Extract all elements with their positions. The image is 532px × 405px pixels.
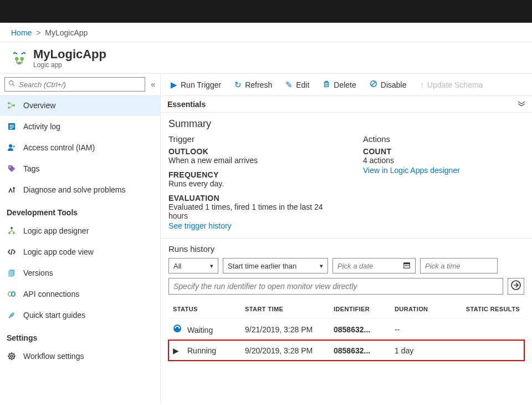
- svg-rect-29: [405, 265, 406, 266]
- svg-line-4: [13, 84, 14, 86]
- svg-point-0: [15, 57, 19, 61]
- svg-rect-30: [406, 265, 407, 266]
- svg-point-12: [9, 144, 12, 148]
- overview-icon: [7, 100, 17, 110]
- nav-label: Versions: [23, 269, 53, 277]
- sidebar-item-versions[interactable]: Versions: [0, 262, 160, 284]
- sidebar-item-diagnose[interactable]: Diagnose and solve problems: [0, 179, 160, 200]
- status-filter-select[interactable]: All▾: [168, 258, 218, 274]
- trigger-label: Trigger: [168, 134, 330, 144]
- col-start: START TIME: [245, 306, 334, 312]
- count-heading: COUNT: [363, 147, 524, 156]
- toolbar: ▶Run Trigger ↻Refresh ✎Edit Delete Disab…: [161, 74, 532, 96]
- search-placeholder: Search (Ctrl+/): [19, 80, 66, 89]
- refresh-button[interactable]: ↻Refresh: [229, 78, 278, 92]
- svg-point-3: [9, 81, 13, 85]
- evaluation-value: Evaluated 1 times, fired 1 times in the …: [168, 202, 330, 220]
- tags-icon: [7, 164, 17, 174]
- essentials-bar[interactable]: Essentials: [161, 96, 532, 113]
- svg-rect-28: [404, 262, 410, 264]
- play-icon: ▶: [171, 80, 177, 90]
- svg-rect-31: [408, 265, 409, 266]
- nav-label: Activity log: [23, 122, 60, 131]
- table-row[interactable]: Waiting 9/21/2019, 3:28 PM 0858632... --: [168, 318, 524, 340]
- designer-icon: [7, 226, 17, 236]
- code-icon: [7, 247, 17, 257]
- nav-label: Tags: [23, 164, 40, 173]
- svg-point-13: [13, 145, 15, 148]
- update-schema-button: ↑Update Schema: [414, 78, 488, 92]
- summary-section: Summary Trigger OUTLOOK When a new email…: [161, 113, 532, 239]
- disable-button[interactable]: Disable: [364, 78, 412, 92]
- disable-icon: [370, 80, 377, 89]
- table-row[interactable]: ▶Running 9/20/2019, 3:28 PM 0858632... 1…: [168, 340, 524, 361]
- nav-label: Workflow settings: [23, 352, 84, 361]
- sidebar-item-quickstart[interactable]: Quick start guides: [0, 305, 160, 326]
- essentials-label: Essentials: [167, 100, 206, 109]
- nav-label: Access control (IAM): [23, 143, 95, 152]
- sidebar-item-workflow-settings[interactable]: Workflow settings: [0, 346, 160, 367]
- summary-heading: Summary: [168, 118, 524, 130]
- trigger-history-link[interactable]: See trigger history: [168, 221, 330, 230]
- logic-app-icon: [11, 50, 28, 67]
- svg-point-21: [12, 292, 15, 296]
- nav-label: Logic app code view: [23, 247, 94, 256]
- running-icon: ▶: [173, 346, 183, 355]
- collapse-sidebar-button[interactable]: «: [149, 80, 156, 89]
- actions-label: Actions: [363, 134, 524, 144]
- delete-button[interactable]: Delete: [317, 78, 361, 92]
- svg-rect-10: [9, 126, 14, 128]
- svg-point-16: [8, 232, 11, 234]
- chevron-down-icon: ▾: [320, 262, 323, 270]
- designer-link[interactable]: View in Logic Apps designer: [363, 166, 524, 175]
- sidebar-item-tags[interactable]: Tags: [0, 158, 160, 179]
- count-value: 4 actions: [363, 156, 524, 165]
- breadcrumb: Home > MyLogicApp: [0, 23, 532, 42]
- svg-point-5: [8, 102, 10, 104]
- nav-label: Quick start guides: [23, 311, 85, 320]
- api-icon: [7, 289, 17, 299]
- svg-rect-19: [8, 271, 13, 277]
- col-status: STATUS: [173, 306, 245, 312]
- nav-label: API connections: [23, 290, 79, 298]
- chevron-down-icon: [518, 100, 525, 108]
- content-pane: ▶Run Trigger ↻Refresh ✎Edit Delete Disab…: [161, 74, 532, 404]
- sidebar-item-designer[interactable]: Logic app designer: [0, 220, 160, 241]
- svg-point-6: [8, 107, 10, 109]
- start-time-filter-select[interactable]: Start time earlier than▾: [223, 258, 328, 274]
- breadcrumb-home[interactable]: Home: [11, 28, 32, 37]
- sidebar-item-code-view[interactable]: Logic app code view: [0, 241, 160, 262]
- svg-rect-9: [9, 125, 14, 126]
- frequency-heading: FREQUENCY: [168, 170, 330, 179]
- search-icon: [8, 80, 16, 89]
- date-picker[interactable]: Pick a date: [332, 258, 416, 274]
- sidebar-item-activity-log[interactable]: Activity log: [0, 116, 160, 137]
- arrow-up-icon: ↑: [420, 80, 424, 89]
- run-identifier-input[interactable]: Specify the run identifier to open monit…: [168, 278, 503, 295]
- page-title: MyLogicApp: [33, 48, 106, 61]
- run-trigger-button[interactable]: ▶Run Trigger: [165, 78, 227, 92]
- activity-log-icon: [7, 122, 17, 131]
- sidebar-item-api-connections[interactable]: API connections: [0, 284, 160, 305]
- time-picker[interactable]: Pick a time: [420, 258, 498, 274]
- chevron-right-icon: >: [36, 28, 40, 37]
- nav-section-settings: Settings: [0, 326, 160, 346]
- col-static-results: STATIC RESULTS: [456, 306, 520, 312]
- svg-rect-24: [325, 83, 329, 87]
- search-input[interactable]: Search (Ctrl+/): [4, 77, 145, 92]
- sidebar-item-overview[interactable]: Overview: [0, 95, 160, 116]
- col-duration: DURATION: [395, 306, 456, 312]
- gear-icon: [7, 351, 17, 361]
- svg-line-26: [371, 82, 375, 86]
- top-bar: [0, 0, 532, 23]
- calendar-icon: [403, 261, 411, 271]
- nav-label: Logic app designer: [23, 226, 89, 235]
- frequency-value: Runs every day.: [168, 179, 330, 188]
- sidebar-item-access-control[interactable]: Access control (IAM): [0, 137, 160, 158]
- svg-point-7: [13, 104, 15, 107]
- svg-point-1: [20, 57, 24, 61]
- diagnose-icon: [7, 185, 17, 195]
- go-button[interactable]: [508, 278, 524, 295]
- edit-button[interactable]: ✎Edit: [280, 78, 315, 92]
- runs-history-title: Runs history: [168, 244, 524, 254]
